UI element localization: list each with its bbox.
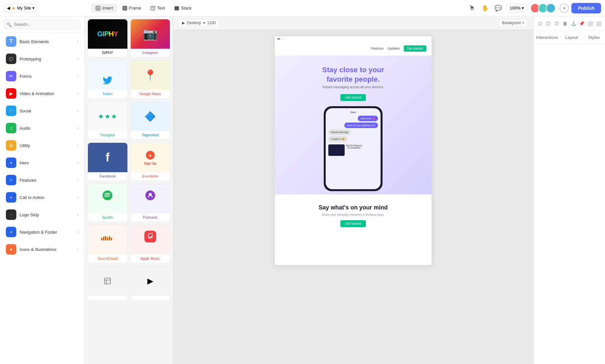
instagram-label: Instagram — [131, 49, 170, 57]
features-chevron: › — [77, 178, 79, 182]
icons-illustrations-chevron: › — [77, 247, 79, 252]
main-content: 🔍 T Basic Elements › ⬡ Prototyping › ✏ F… — [0, 16, 605, 364]
rp-delete[interactable]: 🗑 — [561, 19, 569, 28]
extra-widgets-row: ▶ — [88, 266, 170, 301]
sidebar-item-hero[interactable]: ≡ Hero › — [1, 154, 83, 171]
navigation-footer-icon: ≡ — [6, 227, 16, 237]
sidebar-item-basic-elements[interactable]: T Basic Elements › — [1, 33, 83, 50]
sidebar-item-features[interactable]: ≡ Features › — [1, 172, 83, 189]
zoom-control[interactable]: 100% ▾ — [506, 4, 528, 12]
widget-card-soundcloud[interactable]: SoundCloud — [88, 225, 128, 263]
widget-card-tagembed[interactable]: 🔷 Tagembed — [130, 101, 171, 140]
sidebar-item-logo-strip-label: Logo Strip — [20, 212, 74, 217]
widget-card-giphy[interactable]: GIPHY GIPHY — [88, 19, 128, 58]
tagembed-preview: 🔷 — [131, 102, 170, 131]
sidebar-item-hero-label: Hero — [20, 160, 74, 165]
sidebar-item-navigation-footer[interactable]: ≡ Navigation & Footer › — [1, 223, 83, 240]
instagram-icon: 📷 — [143, 27, 157, 41]
svg-rect-6 — [175, 7, 179, 8]
extra2-preview: ▶ — [131, 266, 170, 296]
call-to-action-icon: ≡ — [6, 192, 16, 203]
widget-card-google-maps[interactable]: 📍 Google Maps — [130, 60, 171, 99]
avatar-3 — [546, 3, 556, 13]
section2-get-started-btn[interactable]: Get started — [340, 220, 366, 227]
rp-pin[interactable]: 📌 — [578, 19, 586, 28]
sidebar-item-prototyping[interactable]: ⬡ Prototyping › — [1, 50, 83, 67]
sidebar-item-utility[interactable]: ⚙ Utility › — [1, 137, 83, 154]
rp-more[interactable]: ⬜ — [595, 19, 602, 28]
widget-card-spotify[interactable]: Spotify — [88, 184, 128, 222]
svg-rect-15 — [103, 237, 104, 240]
hero-get-started-btn[interactable]: Get started — [340, 94, 366, 101]
video-animation-icon: ▶ — [6, 88, 16, 99]
google-maps-label: Google Maps — [131, 90, 170, 98]
nav-link-updates[interactable]: Updates — [387, 47, 400, 50]
nav-get-started-btn[interactable]: Get started — [404, 45, 426, 52]
trustpilot-label: Trustpilot — [88, 131, 127, 140]
page-frame: Features Updates Get started Stay close … — [275, 36, 432, 265]
avatar-add-button[interactable]: + — [560, 4, 569, 13]
widget-card-apple-music[interactable]: Apple Music — [130, 225, 171, 263]
giphy-preview: GIPHY — [88, 19, 127, 49]
sidebar: 🔍 T Basic Elements › ⬡ Prototyping › ✏ F… — [0, 16, 85, 364]
cursor-tool[interactable]: 🖱 — [467, 3, 477, 13]
hand-tool[interactable]: ✋ — [480, 3, 490, 13]
trustpilot-star3: ★ — [111, 112, 117, 120]
widget-card-extra2[interactable]: ▶ — [130, 266, 171, 301]
apple-music-icon — [144, 231, 156, 242]
widget-card-twitter[interactable]: Twitter — [88, 60, 128, 99]
search-input[interactable] — [4, 20, 81, 29]
site-name: My Site — [17, 6, 31, 10]
sidebar-item-call-to-action[interactable]: ≡ Call to Action › — [1, 189, 83, 206]
svg-point-21 — [149, 237, 150, 239]
breakpoint-control[interactable]: Breakpoint + — [499, 19, 528, 27]
sidebar-item-social[interactable]: 🐦 Social › — [1, 102, 83, 119]
sidebar-item-logo-strip[interactable]: ··· Logo Strip › — [1, 206, 83, 223]
tab-layout[interactable]: Layout — [561, 31, 583, 44]
widget-card-eventbrite[interactable]: e Sign Up Eventbrite — [130, 142, 171, 181]
logo-strip-icon: ··· — [6, 209, 16, 220]
rp-align-center[interactable]: ⬡ — [545, 19, 552, 28]
site-switcher[interactable]: ◀ ★ My Site ▾ — [4, 4, 38, 12]
widget-card-podcasts[interactable]: Podcasts — [130, 184, 171, 222]
google-maps-preview: 📍 — [131, 60, 170, 90]
frame-button[interactable]: Frame — [118, 4, 145, 13]
eventbrite-signup-text: Sign Up — [144, 162, 156, 165]
twitter-bird-icon — [102, 75, 113, 86]
sidebar-item-video-animation[interactable]: ▶ Video & Animation › — [1, 85, 83, 102]
widget-card-facebook[interactable]: f Facebook — [88, 142, 128, 181]
widget-card-extra1[interactable] — [88, 266, 128, 301]
call-to-action-chevron: › — [77, 195, 79, 200]
icons-illustrations-icon: ★ — [6, 244, 16, 255]
tab-interactions[interactable]: Interactions — [533, 31, 561, 44]
sidebar-item-forms[interactable]: ✏ Forms › — [1, 68, 83, 85]
widget-card-trustpilot[interactable]: ★ ★ ★ Trustpilot — [88, 101, 128, 140]
canvas-area: ▶ Desktop ▾ 1200 Breakpoint + Features — [173, 16, 533, 364]
chat-bubble-2: How are you getting on? — [344, 123, 378, 128]
widget-card-instagram[interactable]: 📷 Instagram — [130, 19, 171, 58]
rp-align-left[interactable]: ⬡ — [536, 19, 544, 28]
chat-bubble-4: I made it 😊 — [328, 136, 348, 142]
insert-button[interactable]: Insert — [91, 4, 117, 13]
facebook-label: Facebook — [88, 172, 127, 181]
rp-anchor[interactable]: ⚓ — [570, 19, 578, 28]
text-button[interactable]: T Text — [146, 4, 169, 13]
sidebar-item-audio-label: Audio — [20, 126, 74, 131]
sidebar-item-icons-illustrations[interactable]: ★ Icons & Illustrations › — [1, 241, 83, 258]
svg-rect-18 — [109, 236, 110, 240]
comment-tool[interactable]: 💬 — [493, 3, 503, 13]
device-selector[interactable]: ▶ Desktop ▾ 1200 — [178, 19, 220, 27]
svg-rect-17 — [107, 237, 108, 240]
sidebar-item-forms-label: Forms — [20, 74, 74, 79]
nav-link-features[interactable]: Features — [371, 47, 384, 50]
publish-button[interactable]: Publish — [571, 3, 601, 13]
spotify-preview — [88, 184, 127, 213]
section2-title: Say what's on your mind — [281, 204, 425, 211]
sidebar-item-audio[interactable]: ♫ Audio › — [1, 120, 83, 137]
hero-title-colored: favorite people. — [327, 75, 380, 83]
stack-button[interactable]: Stack — [170, 4, 196, 13]
rp-distribute[interactable]: ⬜ — [586, 19, 594, 28]
spotify-label: Spotify — [88, 213, 127, 222]
rp-align-right[interactable]: ⬡ — [553, 19, 561, 28]
tab-styles[interactable]: Styles — [583, 31, 605, 44]
